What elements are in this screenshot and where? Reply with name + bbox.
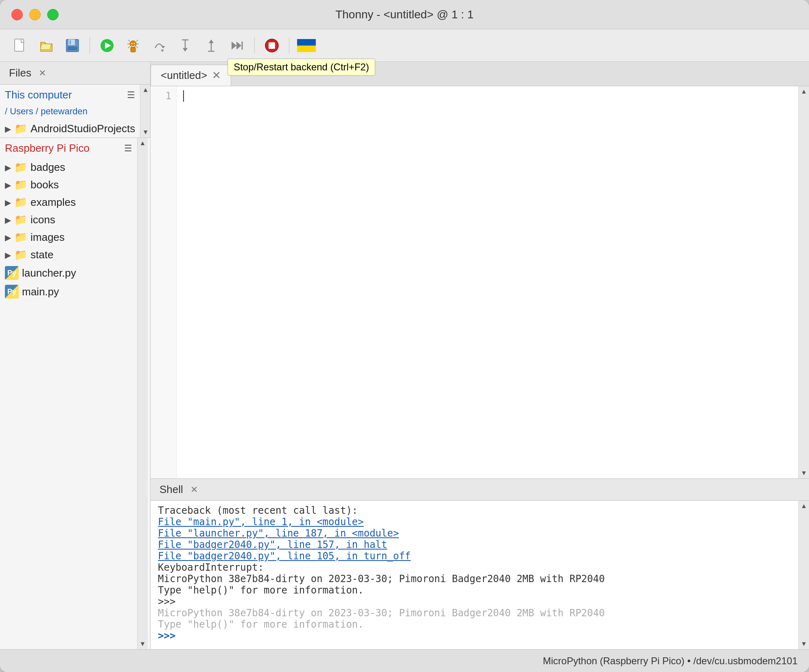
shell-scroll-down[interactable]: ▼ — [799, 639, 809, 649]
raspberry-scrollbar[interactable]: ▲ ▼ — [137, 138, 148, 649]
this-computer-tree: ▶ 📁 AndroidStudioProjects — [0, 120, 140, 137]
editor-tab-untitled[interactable]: <untitled> ✕ — [151, 65, 231, 86]
shell-traceback-link[interactable]: File "main.py", line 1, in <module> — [158, 516, 364, 528]
step-over-button[interactable] — [149, 35, 170, 56]
list-item[interactable]: ▶ 📁 badges — [0, 159, 137, 176]
folder-label: badges — [31, 161, 65, 174]
editor-content[interactable] — [177, 86, 798, 478]
list-item[interactable]: ▶ 📁 books — [0, 176, 137, 194]
expand-arrow-icon: ▶ — [5, 124, 11, 134]
main-content: Files ✕ This computer ☰ / Users / petewa… — [0, 62, 809, 649]
list-item[interactable]: ▶ 📁 examples — [0, 194, 137, 211]
list-item[interactable]: ▶ 📁 AndroidStudioProjects — [0, 120, 140, 137]
close-button[interactable] — [11, 9, 23, 20]
statusbar: MicroPython (Raspberry Pi Pico) • /dev/c… — [0, 649, 809, 672]
svg-rect-0 — [15, 39, 24, 51]
new-file-button[interactable] — [10, 35, 31, 56]
editor-tab-close-icon[interactable]: ✕ — [212, 69, 221, 82]
scroll-down-arrow[interactable]: ▼ — [140, 127, 151, 137]
scroll-track — [140, 95, 151, 127]
step-out-icon — [204, 38, 219, 53]
shell-traceback-link[interactable]: File "launcher.py", line 187, in <module… — [158, 528, 399, 539]
shell-tab-close-icon[interactable]: ✕ — [190, 484, 198, 495]
folder-label: books — [31, 179, 59, 191]
svg-marker-22 — [232, 41, 236, 50]
save-file-button[interactable] — [62, 35, 83, 56]
text-cursor — [183, 90, 184, 102]
maximize-button[interactable] — [47, 9, 59, 20]
svg-point-7 — [130, 41, 136, 47]
shell-scrollbar[interactable]: ▲ ▼ — [798, 501, 809, 649]
flag-button[interactable] — [296, 35, 317, 56]
svg-point-9 — [134, 43, 135, 44]
stop-icon — [265, 38, 279, 53]
debug-icon — [126, 38, 140, 53]
raspberry-menu-icon[interactable]: ☰ — [124, 143, 132, 154]
step-into-button[interactable] — [175, 35, 196, 56]
shell-traceback-link[interactable]: File "badger2040.py", line 157, in halt — [158, 539, 387, 550]
python-file-icon: Py — [5, 285, 19, 299]
list-item[interactable]: Py launcher.py — [0, 264, 137, 282]
svg-rect-3 — [68, 46, 77, 50]
raspberry-title[interactable]: Raspberry Pi Pico — [5, 142, 124, 155]
editor-scroll-down[interactable]: ▼ — [799, 468, 809, 478]
files-tab-bar: Files ✕ — [0, 62, 150, 85]
folder-icon: 📁 — [14, 122, 27, 135]
editor-cursor-line — [183, 90, 792, 102]
files-tab-close[interactable]: ✕ — [39, 68, 46, 79]
main-window: Thonny - <untitled> @ 1 : 1 — [0, 0, 809, 672]
svg-marker-20 — [209, 39, 214, 43]
line-number: 1 — [151, 90, 171, 102]
expand-arrow-icon: ▶ — [5, 163, 11, 172]
shell-gray-text: Type "help()" for more information. — [158, 619, 364, 630]
run-button[interactable] — [96, 35, 118, 56]
list-item[interactable]: ▶ 📁 icons — [0, 211, 137, 229]
list-item[interactable]: ▶ 📁 images — [0, 229, 137, 246]
shell-content[interactable]: Traceback (most recent call last): File … — [151, 501, 798, 649]
shell-line: File "badger2040.py", line 157, in halt — [158, 539, 791, 550]
step-out-button[interactable] — [201, 35, 222, 56]
shell-traceback-link[interactable]: File "badger2040.py", line 105, in turn_… — [158, 550, 411, 562]
stop-restart-button[interactable]: Stop/Restart backend (Ctrl+F2) — [261, 35, 282, 56]
shell-line: File "badger2040.py", line 105, in turn_… — [158, 550, 791, 562]
titlebar: Thonny - <untitled> @ 1 : 1 — [0, 0, 809, 29]
scroll-track — [138, 148, 148, 639]
list-item[interactable]: ▶ 📁 state — [0, 246, 137, 264]
editor-scrollbar[interactable]: ▲ ▼ — [798, 86, 809, 478]
folder-icon: 📁 — [14, 161, 27, 174]
debug-button[interactable] — [122, 35, 144, 56]
toolbar: Stop/Restart backend (Ctrl+F2) — [0, 29, 809, 62]
status-text: MicroPython (Raspberry Pi Pico) • /dev/c… — [543, 655, 798, 667]
shell-body-row: Traceback (most recent call last): File … — [151, 501, 809, 649]
this-computer-scrollbar[interactable]: ▲ ▼ — [140, 85, 151, 137]
resume-button[interactable] — [227, 35, 248, 56]
shell-scroll-up[interactable]: ▲ — [799, 501, 809, 511]
this-computer-header: This computer ☰ — [0, 85, 140, 105]
shell-line: File "launcher.py", line 187, in <module… — [158, 528, 791, 539]
breadcrumb: / Users / petewarden — [0, 105, 140, 120]
editor-area: <untitled> ✕ 1 ▲ ▼ — [151, 62, 809, 649]
shell-prompt: >>> — [158, 630, 175, 641]
scroll-up-arrow[interactable]: ▲ — [140, 85, 151, 95]
scroll-down-arrow[interactable]: ▼ — [138, 639, 148, 649]
folder-icon: 📁 — [14, 214, 27, 226]
open-file-button[interactable] — [36, 35, 57, 56]
this-computer-menu-icon[interactable]: ☰ — [127, 90, 135, 100]
line-numbers: 1 — [151, 86, 177, 478]
python-file-label: main.py — [22, 286, 59, 298]
minimize-button[interactable] — [29, 9, 41, 20]
step-into-icon — [178, 38, 192, 53]
scroll-up-arrow[interactable]: ▲ — [138, 138, 148, 148]
shell-gray-text: MicroPython 38e7b84-dirty on 2023-03-30;… — [158, 607, 605, 619]
this-computer-title[interactable]: This computer — [5, 89, 127, 101]
shell-scroll-track — [799, 511, 809, 639]
folder-label: examples — [31, 196, 76, 209]
files-tab[interactable]: Files — [5, 65, 35, 81]
list-item[interactable]: Py main.py — [0, 282, 137, 301]
shell-tab[interactable]: Shell — [155, 482, 187, 497]
folder-label: icons — [31, 214, 55, 226]
svg-marker-15 — [161, 50, 164, 52]
editor-scroll-up[interactable]: ▲ — [799, 86, 809, 97]
raspberry-pico-section: Raspberry Pi Pico ☰ ▶ 📁 badges ▶ � — [0, 138, 150, 649]
run-icon — [100, 38, 114, 53]
